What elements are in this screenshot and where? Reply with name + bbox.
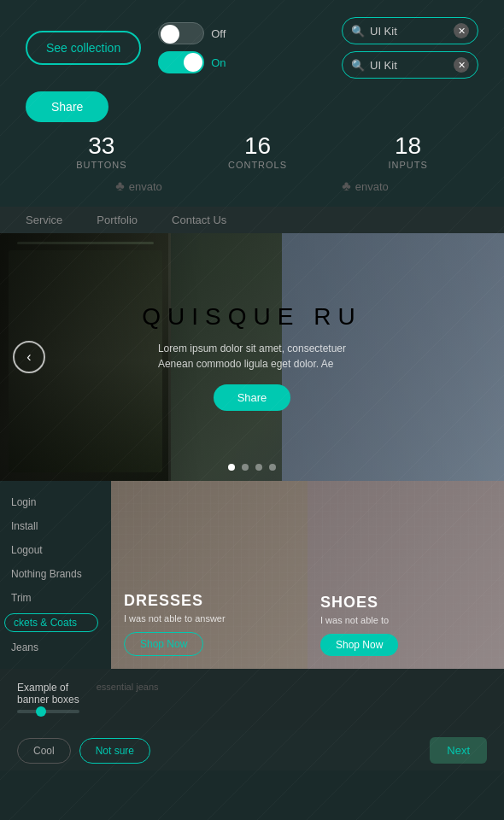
product-card-shoes: SHOES I was not able to Shop Now [308,481,504,669]
stats-row: 33 BUTTONS 16 CONTROLS 18 INPUTS [26,132,478,170]
sidebar-label-logout: Logout [4,542,98,559]
slide-desc: Lorem ipsum dolor sit amet, consectetuer… [158,341,346,372]
search-icon-2: 🔍 [351,59,365,72]
stat-inputs-label: INPUTS [388,160,427,170]
stat-inputs-number: 18 [388,132,427,160]
product-card-dresses: DRESSES I was not able to answer Shop No… [111,481,308,669]
sidebar-label-install: Install [4,518,98,535]
slide-dots [228,464,276,471]
see-collection-button[interactable]: See collection [26,31,141,65]
toggle-off-row: Off [158,22,232,44]
stat-buttons-number: 33 [76,132,126,160]
toggle-off-label: Off [211,27,232,40]
toggle-thumb-off [161,25,179,44]
nav-item-portfolio[interactable]: Portfolio [97,214,138,226]
search-input-1-wrap[interactable]: 🔍 UI Kit ✕ [342,17,478,44]
toggle-group: Off On [158,22,232,73]
share-button[interactable]: Share [26,91,108,122]
products-section: DRESSES I was not able to answer Shop No… [111,481,504,669]
toggle-off[interactable] [158,22,204,44]
stat-buttons-label: BUTTONS [76,160,126,170]
shoes-shop-button[interactable]: Shop Now [320,634,398,656]
banner-slider-thumb[interactable] [36,706,46,717]
search-group: 🔍 UI Kit ✕ 🔍 UI Kit ✕ [342,17,478,79]
slide-title: QUISQUE RU [142,303,361,331]
stat-buttons: 33 BUTTONS [76,132,126,170]
sidebar-label-jackets[interactable]: ckets & Coats [4,613,98,632]
dot-2[interactable] [242,464,249,471]
banner-slider-track[interactable] [17,710,79,713]
toggle-on-row: On [158,51,232,73]
sidebar-label-jeans: Jeans [4,639,98,656]
banner-text-block: Example of banner boxes [17,682,79,718]
shoes-title: SHOES [320,594,398,612]
toggle-on[interactable] [158,51,204,73]
slide-content-overlay: QUISQUE RU Lorem ipsum dolor sit amet, c… [0,233,504,481]
sidebar-label-brands: Nothing Brands [4,565,98,583]
dresses-shop-button[interactable]: Shop Now [124,632,203,656]
toggle-thumb-on [184,53,202,72]
essential-jeans-label: essential jeans [97,682,487,692]
search-clear-1[interactable]: ✕ [454,23,469,38]
slide-section: QUISQUE RU Lorem ipsum dolor sit amet, c… [0,233,504,481]
stat-controls-number: 16 [228,132,287,160]
search-input-1-text: UI Kit [370,25,448,38]
slide-desc-line1: Lorem ipsum dolor sit amet, consectetuer [158,341,346,356]
envato-logo-1: ♣ envato [115,179,162,194]
dot-4[interactable] [269,464,276,471]
dot-1[interactable] [228,464,235,471]
nav-area: Service Portfolio Contact Us [0,207,504,233]
stat-controls-label: CONTROLS [228,160,287,170]
not-sure-button[interactable]: Not sure [79,738,150,764]
dot-3[interactable] [255,464,262,471]
banner-right: essential jeans [97,682,487,695]
sidebar-labels: Login Install Logout Nothing Brands Trim… [0,481,103,669]
sidebar-label-login: Login [4,494,98,511]
envato-logo-2: ♣ envato [342,179,389,194]
shoes-desc: I was not able to [320,615,398,625]
top-section: See collection Off On 🔍 UI Kit [0,0,504,207]
envato-name-1: envato [129,180,162,193]
share-row: Share [26,91,478,122]
dresses-content: DRESSES I was not able to answer Shop No… [124,592,226,656]
bottom-button-row: Cool Not sure Next [0,730,504,770]
envato-row: ♣ envato ♣ envato [26,179,478,194]
shoes-content: SHOES I was not able to Shop Now [320,594,398,656]
envato-name-2: envato [355,180,389,193]
controls-row: See collection Off On 🔍 UI Kit [26,17,478,79]
envato-leaf-icon-2: ♣ [342,179,351,194]
envato-leaf-icon-1: ♣ [115,179,125,194]
slide-prev-button[interactable]: ‹ [13,341,45,373]
slide-desc-line2: Aenean commodo ligula eget dolor. Ae [158,356,346,372]
cool-button[interactable]: Cool [17,738,71,764]
search-icon-1: 🔍 [351,25,365,38]
nav-item-contact[interactable]: Contact Us [172,214,226,226]
banner-boxes-text: banner boxes [17,694,79,706]
products-area: Login Install Logout Nothing Brands Trim… [0,481,504,669]
nav-item-service[interactable]: Service [26,214,62,226]
stat-inputs: 18 INPUTS [388,132,427,170]
slide-share-button[interactable]: Share [214,384,291,411]
banner-row: Example of banner boxes essential jeans [17,682,487,718]
dresses-title: DRESSES [124,592,226,610]
stat-controls: 16 CONTROLS [228,132,287,170]
toggle-on-label: On [211,56,232,69]
search-input-2-wrap[interactable]: 🔍 UI Kit ✕ [342,51,478,79]
banner-example-text: Example of [17,682,79,694]
banner-area: Example of banner boxes essential jeans [0,669,504,730]
search-clear-2[interactable]: ✕ [454,57,469,73]
search-input-2-text: UI Kit [370,59,448,72]
sidebar-label-trim: Trim [4,589,98,606]
next-button[interactable]: Next [430,737,487,764]
dresses-desc: I was not able to answer [124,613,226,624]
